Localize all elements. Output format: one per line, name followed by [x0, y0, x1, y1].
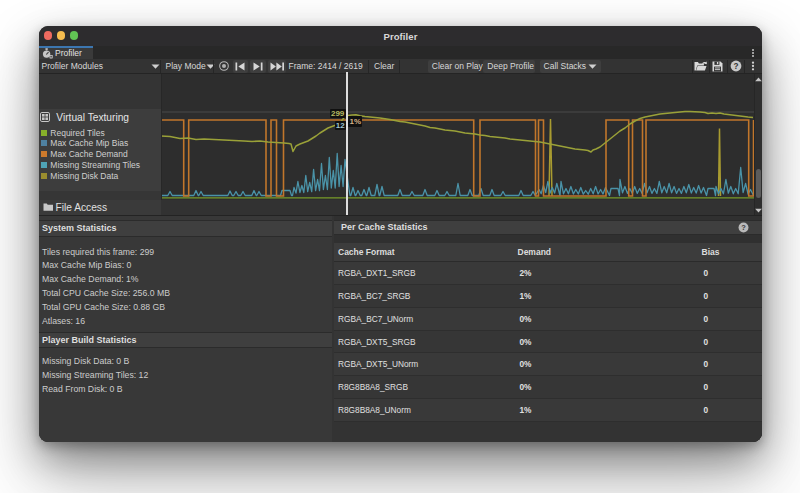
svg-text:?: ?: [741, 223, 746, 232]
svg-text:?: ?: [733, 62, 738, 71]
